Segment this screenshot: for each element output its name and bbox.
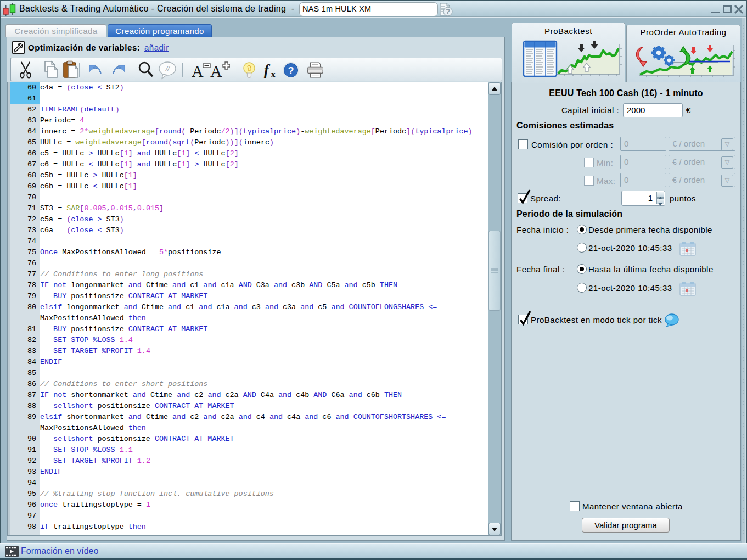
svg-text:A: A [210,62,222,79]
svg-text:A: A [192,62,204,79]
svg-text://: // [165,65,170,73]
svg-text:x: x [271,70,276,79]
svg-text:f: f [264,61,271,78]
svg-text:?: ? [446,7,451,16]
svg-text:?: ? [288,65,294,76]
